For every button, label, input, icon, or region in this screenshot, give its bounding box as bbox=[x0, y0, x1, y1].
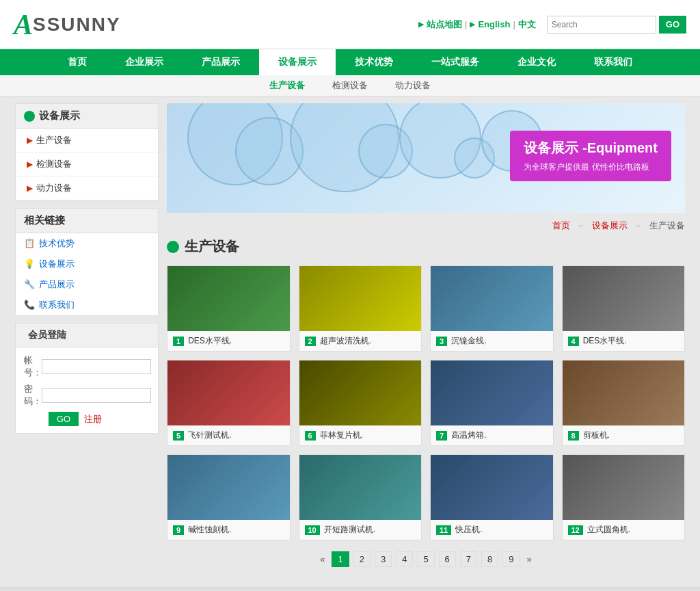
subnav-inspection[interactable]: 检测设备 bbox=[332, 79, 368, 92]
logo-a-letter: A bbox=[14, 8, 33, 41]
related-contact[interactable]: 📞 联系我们 bbox=[16, 295, 158, 315]
product-image bbox=[299, 455, 422, 520]
pagination-page[interactable]: 2 bbox=[353, 551, 371, 567]
product-name: 碱性蚀刻机. bbox=[188, 524, 231, 536]
header: A SSUNNY ▶ 站点地图 | ▶ English | 中文 GO bbox=[0, 0, 700, 49]
sidebar-equipment-title: 设备展示 bbox=[16, 104, 158, 129]
product-item[interactable]: 1 DES水平线. bbox=[167, 265, 291, 352]
register-link[interactable]: 注册 bbox=[84, 413, 102, 425]
footer: COPYRIGHT © 2010-2012 KEYBRIDGE Power by… bbox=[0, 588, 700, 591]
pagination-page[interactable]: 4 bbox=[396, 551, 413, 567]
pagination-page[interactable]: 8 bbox=[481, 551, 498, 567]
pagination-page[interactable]: 3 bbox=[375, 551, 392, 567]
sidebar-item-inspection[interactable]: ▶ 检测设备 bbox=[16, 153, 158, 176]
related-equipment-link[interactable]: 设备展示 bbox=[39, 258, 75, 270]
account-input[interactable] bbox=[42, 359, 151, 374]
search-box: GO bbox=[547, 16, 686, 34]
product-caption: 12 立式圆角机. bbox=[563, 520, 685, 540]
subnav-power[interactable]: 动力设备 bbox=[395, 79, 431, 92]
product-image bbox=[167, 360, 290, 425]
product-item[interactable]: 2 超声波清洗机. bbox=[299, 265, 422, 352]
sidebar-item-power[interactable]: ▶ 动力设备 bbox=[16, 176, 158, 200]
nav-equipment[interactable]: 设备展示 bbox=[259, 49, 336, 75]
nav-service[interactable]: 一站式服务 bbox=[412, 49, 498, 75]
logo: A SSUNNY bbox=[14, 8, 121, 41]
sidebar-link-production[interactable]: 生产设备 bbox=[36, 134, 72, 146]
product-item[interactable]: 6 菲林复片机. bbox=[299, 360, 422, 446]
breadcrumb-sep1: － bbox=[576, 220, 585, 231]
product-num: 6 bbox=[305, 431, 316, 441]
related-products[interactable]: 🔧 产品展示 bbox=[16, 274, 158, 295]
search-input[interactable] bbox=[547, 16, 656, 34]
sidebar-item-production[interactable]: ▶ 生产设备 bbox=[16, 129, 158, 153]
sidebar-link-inspection[interactable]: 检测设备 bbox=[36, 158, 72, 170]
lang-separator-2: | bbox=[513, 19, 515, 29]
pagination-page[interactable]: 9 bbox=[502, 551, 520, 567]
pagination-next[interactable]: » bbox=[524, 552, 535, 566]
product-item[interactable]: 9 碱性蚀刻机. bbox=[167, 454, 291, 540]
sitemap-link[interactable]: 站点地图 bbox=[427, 18, 462, 31]
nav-culture[interactable]: 企业文化 bbox=[498, 49, 575, 75]
product-num: 3 bbox=[436, 337, 447, 346]
member-go-button[interactable]: GO bbox=[49, 412, 79, 426]
product-item[interactable]: 3 沉镍金线. bbox=[430, 265, 554, 352]
related-products-link[interactable]: 产品展示 bbox=[39, 278, 75, 291]
product-item[interactable]: 7 高温烤箱. bbox=[430, 360, 554, 446]
equipment-icon: 💡 bbox=[24, 259, 35, 270]
product-caption: 2 超声波清洗机. bbox=[299, 331, 422, 351]
arrow-inspection: ▶ bbox=[27, 160, 32, 169]
breadcrumb-section[interactable]: 设备展示 bbox=[592, 220, 628, 231]
product-item[interactable]: 10 开短路测试机. bbox=[299, 454, 422, 540]
pagination-page[interactable]: 7 bbox=[460, 551, 477, 567]
pagination-page[interactable]: 5 bbox=[417, 551, 434, 567]
account-label: 帐号： bbox=[24, 354, 42, 379]
related-equipment[interactable]: 💡 设备展示 bbox=[16, 254, 158, 274]
product-name: 立式圆角机. bbox=[587, 524, 630, 536]
password-row: 密码： bbox=[24, 383, 150, 408]
related-contact-link[interactable]: 联系我们 bbox=[39, 299, 75, 311]
related-tech[interactable]: 📋 技术优势 bbox=[16, 233, 158, 254]
member-title: 会员登陆 bbox=[16, 324, 158, 347]
product-num: 12 bbox=[568, 525, 583, 535]
nav-products[interactable]: 产品展示 bbox=[183, 49, 259, 75]
product-num: 5 bbox=[173, 431, 184, 441]
password-input[interactable] bbox=[42, 388, 151, 403]
equipment-icon-circle bbox=[24, 111, 35, 122]
product-name: 开短路测试机. bbox=[324, 524, 375, 536]
nav-home[interactable]: 首页 bbox=[49, 49, 106, 75]
pagination-prev[interactable]: « bbox=[317, 552, 327, 566]
product-item[interactable]: 8 剪板机. bbox=[562, 360, 686, 446]
subnav-production[interactable]: 生产设备 bbox=[269, 79, 305, 92]
breadcrumb-sep2: － bbox=[634, 220, 643, 231]
product-item[interactable]: 12 立式圆角机. bbox=[562, 454, 686, 540]
contact-icon: 📞 bbox=[24, 300, 35, 311]
product-item[interactable]: 5 飞针测试机. bbox=[167, 360, 291, 446]
english-link[interactable]: English bbox=[478, 19, 510, 29]
breadcrumb-current: 生产设备 bbox=[649, 220, 685, 231]
pagination-page[interactable]: 6 bbox=[439, 551, 456, 567]
product-name: 沉镍金线. bbox=[451, 335, 486, 347]
member-buttons: GO 注册 bbox=[24, 412, 150, 426]
product-item[interactable]: 11 快压机. bbox=[430, 454, 554, 540]
product-caption: 10 开短路测试机. bbox=[299, 520, 422, 540]
section-title-circle bbox=[167, 241, 179, 253]
section-title-text: 生产设备 bbox=[185, 237, 239, 256]
main-nav: 首页 企业展示 产品展示 设备展示 技术优势 一站式服务 企业文化 联系我们 bbox=[0, 49, 700, 75]
nav-enterprise[interactable]: 企业展示 bbox=[106, 49, 183, 75]
related-tech-link[interactable]: 技术优势 bbox=[39, 237, 75, 250]
nav-tech[interactable]: 技术优势 bbox=[336, 49, 412, 75]
main-content: 设备展示 -Equipment 为全球客户提供最 优性价比电路板 首页 － 设备… bbox=[167, 103, 685, 574]
product-image bbox=[167, 266, 290, 331]
banner: 设备展示 -Equipment 为全球客户提供最 优性价比电路板 bbox=[167, 103, 685, 213]
search-button[interactable]: GO bbox=[659, 16, 686, 34]
product-name: 飞针测试机. bbox=[188, 430, 231, 441]
product-item[interactable]: 4 DES水平线. bbox=[562, 265, 686, 352]
breadcrumb-home[interactable]: 首页 bbox=[552, 220, 570, 231]
pagination-page[interactable]: 1 bbox=[332, 551, 349, 567]
product-image bbox=[299, 266, 422, 331]
arrow-power: ▶ bbox=[27, 184, 32, 193]
sidebar-link-power[interactable]: 动力设备 bbox=[36, 182, 72, 194]
chinese-link[interactable]: 中文 bbox=[518, 18, 536, 31]
nav-contact[interactable]: 联系我们 bbox=[575, 49, 651, 75]
password-label: 密码： bbox=[24, 383, 42, 408]
